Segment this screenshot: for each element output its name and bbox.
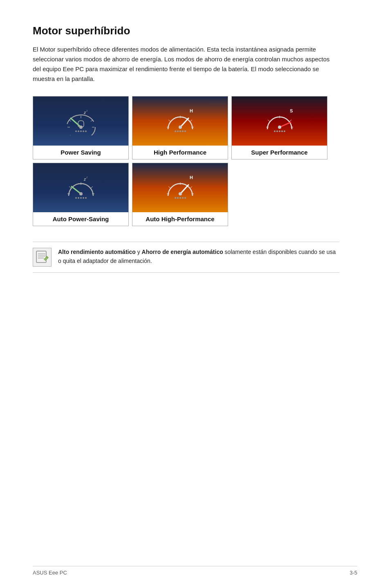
svg-text:z: z: [86, 109, 88, 112]
svg-line-41: [72, 186, 81, 194]
svg-line-55: [180, 185, 188, 194]
mode-image-high-performance: H: [132, 97, 228, 146]
intro-paragraph: El Motor superhíbrido ofrece diferentes …: [33, 45, 339, 84]
mode-label-super-performance: Super Performance: [232, 146, 327, 159]
svg-point-25: [182, 130, 184, 132]
mode-grid: z z Power Saving: [33, 96, 357, 229]
svg-point-65: [182, 197, 184, 199]
svg-point-39: [284, 130, 285, 132]
page-title: Motor superhíbrido: [33, 25, 357, 37]
note-text-content: Alto rendimiento automático y Ahorro de …: [58, 248, 339, 265]
note-icon: [33, 248, 52, 267]
svg-line-44: [69, 186, 71, 188]
svg-line-33: [289, 120, 291, 121]
svg-line-31: [268, 120, 270, 121]
svg-point-49: [78, 197, 79, 199]
gauge-icon-super-performance: S: [261, 107, 298, 135]
svg-point-52: [85, 197, 87, 199]
mode-card-super-performance: S Super Performance: [231, 96, 327, 159]
svg-line-20: [190, 120, 192, 121]
mode-card-auto-power-saving: z z Auto Power-Saving: [33, 163, 129, 226]
footer: ASUS Eee PC 3-5: [33, 566, 357, 576]
svg-text:z: z: [83, 177, 86, 182]
note-box: Alto rendimiento automático y Ahorro de …: [33, 242, 339, 273]
note-bold-1: Alto rendimiento automático: [58, 249, 136, 255]
gauge-icon-power-saving: z z: [63, 107, 99, 135]
footer-right: 3-5: [350, 570, 357, 576]
note-connector: y: [136, 249, 142, 255]
svg-point-16: [179, 126, 182, 129]
mode-card-high-performance: H High Performance: [132, 96, 228, 159]
mode-image-power-saving: z z: [33, 97, 128, 146]
svg-point-66: [184, 197, 186, 199]
svg-line-58: [168, 186, 170, 188]
gauge-icon-auto-high-performance: H: [162, 173, 199, 202]
mode-card-auto-high-performance: H Auto High-Performance: [132, 163, 228, 226]
svg-line-28: [280, 122, 291, 127]
svg-point-8: [75, 130, 77, 132]
svg-line-6: [91, 120, 93, 121]
mode-card-power-saving: z z Power Saving: [33, 96, 129, 159]
svg-point-37: [279, 130, 280, 132]
mode-image-auto-power-saving: z z: [33, 163, 128, 212]
svg-line-46: [91, 186, 93, 188]
note-bold-2: Ahorro de energía automático: [142, 249, 223, 255]
svg-point-10: [80, 130, 82, 132]
svg-point-50: [80, 197, 82, 199]
svg-point-22: [175, 130, 176, 132]
mode-label-auto-high-performance: Auto High-Performance: [132, 212, 228, 226]
svg-point-38: [281, 130, 283, 132]
gauge-icon-auto-power-saving: z z: [63, 173, 99, 202]
mode-label-power-saving: Power Saving: [33, 146, 128, 159]
svg-text:S: S: [290, 108, 293, 113]
footer-left: ASUS Eee PC: [33, 570, 67, 576]
svg-point-62: [175, 197, 176, 199]
svg-text:H: H: [190, 175, 193, 180]
mode-image-auto-high-performance: H: [132, 163, 228, 212]
svg-point-12: [85, 130, 87, 132]
svg-text:z: z: [86, 176, 88, 179]
svg-line-15: [180, 118, 188, 127]
svg-point-26: [184, 130, 186, 132]
svg-line-1: [71, 118, 81, 127]
svg-point-11: [83, 130, 84, 132]
svg-point-36: [276, 130, 278, 132]
svg-line-4: [69, 120, 71, 121]
svg-point-9: [78, 130, 79, 132]
svg-point-56: [179, 192, 182, 195]
svg-text:H: H: [190, 108, 193, 113]
mode-row-2: z z Auto Power-Saving: [33, 163, 357, 229]
svg-rect-68: [36, 251, 46, 263]
svg-point-24: [179, 130, 181, 132]
svg-point-29: [278, 126, 281, 129]
svg-point-42: [79, 192, 83, 195]
mode-label-auto-power-saving: Auto Power-Saving: [33, 212, 128, 226]
svg-point-48: [75, 197, 77, 199]
gauge-icon-high-performance: H: [162, 107, 199, 135]
svg-line-60: [190, 186, 192, 188]
svg-point-23: [177, 130, 179, 132]
mode-row-1: z z Power Saving: [33, 96, 357, 163]
svg-point-64: [179, 197, 181, 199]
page-content: Motor superhíbrido El Motor superhíbrido…: [0, 0, 390, 305]
svg-text:z: z: [83, 110, 86, 115]
svg-point-35: [274, 130, 276, 132]
mode-label-high-performance: High Performance: [132, 146, 228, 159]
svg-point-51: [83, 197, 84, 199]
svg-point-63: [177, 197, 179, 199]
mode-image-super-performance: S: [232, 97, 327, 146]
note-pencil-icon: [35, 250, 49, 265]
svg-line-18: [168, 120, 170, 121]
